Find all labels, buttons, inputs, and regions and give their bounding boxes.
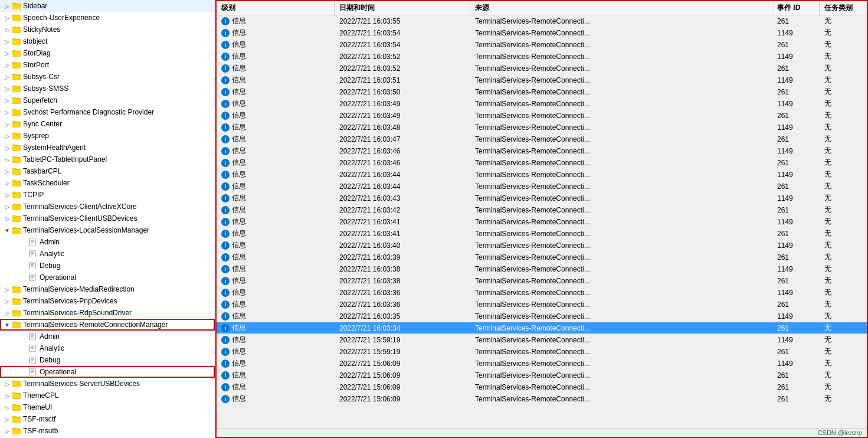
tree-item-sync-center[interactable]: ▷ Sync Center: [0, 118, 215, 130]
expand-arrow[interactable]: ▷: [2, 38, 12, 45]
table-row[interactable]: i信息2022/7/21 16:03:52TerminalServices-Re…: [217, 51, 867, 63]
tree-item-taskscheduler[interactable]: ▷ TaskScheduler: [0, 177, 215, 189]
table-row[interactable]: i信息2022/7/21 16:03:51TerminalServices-Re…: [217, 74, 867, 86]
tree-item-ts-remote-admin[interactable]: Admin: [0, 331, 215, 342]
table-row[interactable]: i信息2022/7/21 16:03:49TerminalServices-Re…: [217, 98, 867, 110]
expand-arrow[interactable]: ▷: [2, 298, 12, 305]
expand-arrow[interactable]: ▷: [2, 404, 12, 411]
expand-arrow[interactable]: ▷: [2, 192, 12, 198]
expand-arrow[interactable]: ▷: [2, 393, 12, 399]
table-row[interactable]: i信息2022/7/21 16:03:47TerminalServices-Re…: [217, 133, 867, 145]
tree-item-subsys-csr[interactable]: ▷ Subsys-Csr: [0, 71, 215, 83]
table-row[interactable]: i信息2022/7/21 16:03:36TerminalServices-Re…: [217, 287, 867, 299]
tree-item-ts-media-redirect[interactable]: ▷ TerminalServices-MediaRedirection: [0, 283, 215, 295]
tree-item-tcpip[interactable]: ▷ TCPIP: [0, 189, 215, 201]
table-row[interactable]: i信息2022/7/21 15:06:09TerminalServices-Re…: [217, 381, 867, 393]
tree-item-ts-local-debug[interactable]: Debug: [0, 260, 215, 272]
tree-item-svchost-perf[interactable]: ▷ Svchost Performance Diagnostic Provide…: [0, 106, 215, 118]
tree-item-taskbarcpl[interactable]: ▷ TaskbarCPL: [0, 165, 215, 177]
tree-item-subsys-smss[interactable]: ▷ Subsys-SMSS: [0, 83, 215, 94]
col-header-tasktype[interactable]: 任务类别: [820, 1, 867, 15]
table-row[interactable]: i信息2022/7/21 16:03:34TerminalServices-Re…: [217, 322, 867, 334]
expand-arrow[interactable]: ▷: [2, 86, 12, 92]
table-row[interactable]: i信息2022/7/21 15:06:09TerminalServices-Re…: [217, 370, 867, 381]
table-row[interactable]: i信息2022/7/21 16:03:44TerminalServices-Re…: [217, 169, 867, 181]
expand-arrow[interactable]: ▷: [2, 180, 12, 187]
expand-arrow[interactable]: ▷: [2, 416, 12, 423]
table-row[interactable]: i信息2022/7/21 16:03:38TerminalServices-Re…: [217, 263, 867, 275]
expand-arrow[interactable]: ▷: [2, 156, 12, 163]
table-row[interactable]: i信息2022/7/21 16:03:52TerminalServices-Re…: [217, 63, 867, 74]
tree-item-superfetch[interactable]: ▷ Superfetch: [0, 94, 215, 106]
col-header-source[interactable]: 来源: [470, 1, 772, 15]
table-row[interactable]: i信息2022/7/21 16:03:38TerminalServices-Re…: [217, 275, 867, 287]
tree-item-ts-local-admin[interactable]: Admin: [0, 236, 215, 248]
table-row[interactable]: i信息2022/7/21 16:03:50TerminalServices-Re…: [217, 86, 867, 98]
expand-arrow[interactable]: ▷: [2, 15, 12, 21]
table-row[interactable]: i信息2022/7/21 16:03:46TerminalServices-Re…: [217, 145, 867, 157]
tree-item-sidebar[interactable]: ▷ Sidebar: [0, 0, 215, 12]
table-row[interactable]: i信息2022/7/21 16:03:49TerminalServices-Re…: [217, 110, 867, 122]
tree-item-stobject[interactable]: ▷ stobject: [0, 35, 215, 47]
table-row[interactable]: i信息2022/7/21 16:03:39TerminalServices-Re…: [217, 251, 867, 263]
expand-arrow[interactable]: ▷: [2, 121, 12, 128]
table-row[interactable]: i信息2022/7/21 16:03:46TerminalServices-Re…: [217, 157, 867, 169]
expand-arrow[interactable]: ▷: [2, 50, 12, 57]
tree-item-systemhealthagent[interactable]: ▷ SystemHealthAgent: [0, 142, 215, 153]
expand-arrow[interactable]: ▷: [2, 310, 12, 316]
table-row[interactable]: i信息2022/7/21 16:03:54TerminalServices-Re…: [217, 27, 867, 39]
expand-arrow[interactable]: ▷: [2, 286, 12, 293]
table-row[interactable]: i信息2022/7/21 15:59:19TerminalServices-Re…: [217, 346, 867, 358]
tree-item-ts-local-operational[interactable]: Operational: [0, 272, 215, 283]
expand-arrow[interactable]: ▼: [2, 322, 12, 328]
tree-item-stickynotes[interactable]: ▷ StickyNotes: [0, 24, 215, 35]
table-row[interactable]: i信息2022/7/21 16:03:40TerminalServices-Re…: [217, 240, 867, 251]
col-header-level[interactable]: 级别: [217, 1, 335, 15]
expand-arrow[interactable]: ▷: [2, 145, 12, 151]
table-row[interactable]: i信息2022/7/21 16:03:41TerminalServices-Re…: [217, 228, 867, 240]
tree-item-sysprep[interactable]: ▷ Sysprep: [0, 130, 215, 142]
expand-arrow[interactable]: ▷: [2, 215, 12, 222]
tree-item-ts-local-session[interactable]: ▼ TerminalServices-LocalSessionManager: [0, 224, 215, 236]
expand-arrow[interactable]: ▷: [2, 133, 12, 139]
table-row[interactable]: i信息2022/7/21 16:03:54TerminalServices-Re…: [217, 39, 867, 51]
expand-arrow[interactable]: ▷: [2, 428, 12, 434]
col-header-datetime[interactable]: 日期和时间: [335, 1, 470, 15]
tree-item-storport[interactable]: ▷ StorPort: [0, 59, 215, 71]
expand-arrow[interactable]: ▷: [2, 27, 12, 33]
tree-item-tsf-msctf[interactable]: ▷ TSF-msctf: [0, 413, 215, 425]
expand-arrow[interactable]: ▷: [2, 109, 12, 116]
col-header-eventid[interactable]: 事件 ID: [772, 1, 820, 15]
expand-arrow[interactable]: ▷: [2, 74, 12, 80]
tree-item-tabletpc[interactable]: ▷ TabletPC-TabletInputPanel: [0, 153, 215, 165]
tree-item-themecpl[interactable]: ▷ ThemeCPL: [0, 390, 215, 401]
table-row[interactable]: i信息2022/7/21 15:59:19TerminalServices-Re…: [217, 334, 867, 346]
tree-item-tsf-msutb[interactable]: ▷ TSF-msutb: [0, 425, 215, 437]
table-row[interactable]: i信息2022/7/21 15:06:09TerminalServices-Re…: [217, 393, 867, 405]
tree-item-ts-client-activex[interactable]: ▷ TerminalServices-ClientActiveXCore: [0, 201, 215, 213]
tree-item-ts-rdp-sound[interactable]: ▷ TerminalServices-RdpSoundDriver: [0, 307, 215, 319]
tree-item-speech-ux[interactable]: ▷ Speech-UserExperience: [0, 12, 215, 24]
expand-arrow[interactable]: ▷: [2, 3, 12, 9]
expand-arrow[interactable]: ▷: [2, 381, 12, 387]
table-row[interactable]: i信息2022/7/21 16:03:55TerminalServices-Re…: [217, 15, 867, 27]
tree-item-ts-remote-conn[interactable]: ▼ TerminalServices-RemoteConnectionManag…: [0, 319, 215, 331]
expand-arrow[interactable]: ▼: [2, 227, 12, 234]
expand-arrow[interactable]: ▷: [2, 204, 12, 210]
expand-arrow[interactable]: ▷: [2, 168, 12, 175]
table-row[interactable]: i信息2022/7/21 16:03:48TerminalServices-Re…: [217, 122, 867, 133]
tree-item-ts-remote-debug[interactable]: Debug: [0, 354, 215, 366]
tree-item-stordiag[interactable]: ▷ StorDiag: [0, 47, 215, 59]
tree-item-ts-client-usb[interactable]: ▷ TerminalServices-ClientUSBDevices: [0, 213, 215, 224]
tree-item-themeui[interactable]: ▷ ThemeUI: [0, 401, 215, 413]
tree-panel[interactable]: ▷ Sidebar▷ Speech-UserExperience▷ Sticky…: [0, 0, 215, 438]
table-row[interactable]: i信息2022/7/21 15:06:09TerminalServices-Re…: [217, 358, 867, 370]
tree-item-ts-remote-operational[interactable]: Operational: [0, 366, 215, 378]
tree-item-ts-pnp[interactable]: ▷ TerminalServices-PnpDevices: [0, 295, 215, 307]
table-row[interactable]: i信息2022/7/21 16:03:36TerminalServices-Re…: [217, 299, 867, 310]
expand-arrow[interactable]: ▷: [2, 97, 12, 104]
table-row[interactable]: i信息2022/7/21 16:03:43TerminalServices-Re…: [217, 192, 867, 204]
tree-item-ts-remote-analytic[interactable]: Analytic: [0, 342, 215, 354]
tree-item-ts-local-analytic[interactable]: Analytic: [0, 248, 215, 260]
tree-item-ts-server-usb[interactable]: ▷ TerminalServices-ServerUSBDevices: [0, 378, 215, 390]
